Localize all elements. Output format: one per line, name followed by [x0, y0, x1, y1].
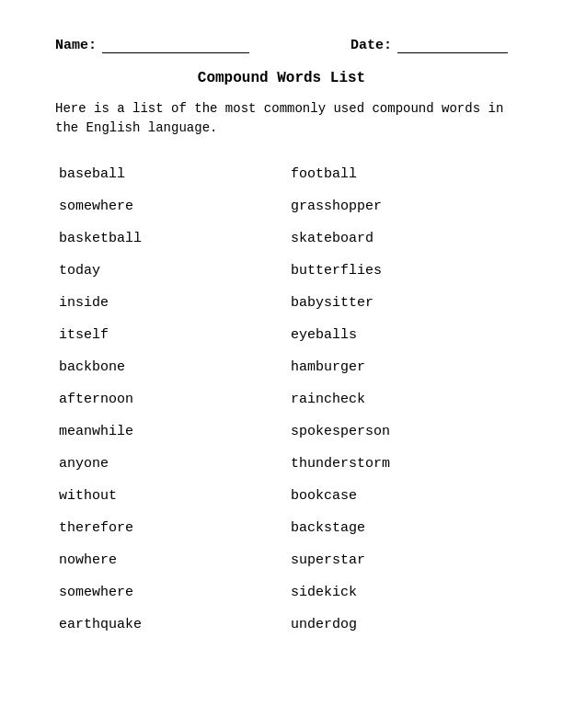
list-item: without — [55, 480, 282, 512]
list-item: skateboard — [282, 222, 508, 255]
page-title: Compound Words List — [55, 70, 508, 86]
list-item: earthquake — [55, 609, 282, 641]
list-item: football — [282, 158, 508, 190]
list-item: eyeballs — [282, 319, 508, 351]
list-item: superstar — [282, 544, 508, 576]
list-item: somewhere — [55, 576, 282, 609]
description: Here is a list of the most commonly used… — [55, 99, 508, 138]
name-field: Name: — [55, 37, 249, 53]
header: Name: Date: — [55, 37, 508, 53]
list-item: raincheck — [282, 383, 508, 415]
list-item: butterflies — [282, 255, 508, 287]
date-label: Date: — [350, 38, 392, 53]
list-item: therefore — [55, 512, 282, 544]
list-item: anyone — [55, 448, 282, 480]
list-item: thunderstorm — [282, 448, 508, 480]
list-item: meanwhile — [55, 415, 282, 448]
list-item: spokesperson — [282, 415, 508, 448]
list-item: nowhere — [55, 544, 282, 576]
list-item: afternoon — [55, 383, 282, 415]
list-item: bookcase — [282, 480, 508, 512]
list-item: somewhere — [55, 190, 282, 222]
list-item: babysitter — [282, 287, 508, 319]
date-field: Date: — [350, 37, 508, 53]
name-underline — [102, 37, 249, 53]
word-list: baseballfootballsomewheregrasshopperbask… — [55, 158, 508, 641]
list-item: itself — [55, 319, 282, 351]
name-label: Name: — [55, 38, 97, 53]
list-item: backbone — [55, 351, 282, 383]
list-item: inside — [55, 287, 282, 319]
list-item: today — [55, 255, 282, 287]
list-item: backstage — [282, 512, 508, 544]
list-item: basketball — [55, 222, 282, 255]
list-item: sidekick — [282, 576, 508, 609]
list-item: grasshopper — [282, 190, 508, 222]
list-item: baseball — [55, 158, 282, 190]
date-underline — [397, 37, 508, 53]
list-item: hamburger — [282, 351, 508, 383]
list-item: underdog — [282, 609, 508, 641]
